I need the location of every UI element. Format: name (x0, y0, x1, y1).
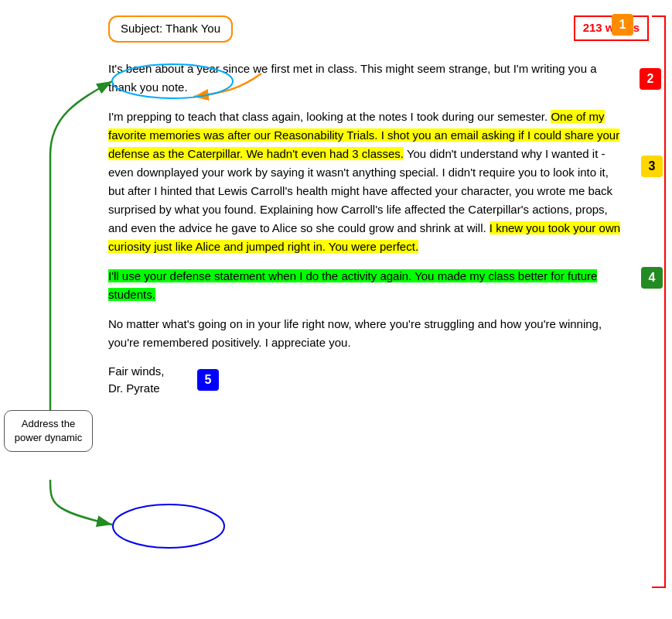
badge-2: 2 (640, 68, 661, 90)
svg-point-4 (113, 504, 224, 548)
main-content: Subject: Thank You 1 It's been about a y… (108, 15, 626, 398)
badge-4: 4 (641, 267, 663, 289)
left-annotation: Address the power dynamic (4, 410, 93, 452)
paragraph-2: I'm prepping to teach that class again, … (108, 108, 626, 256)
badge-1: 1 (612, 14, 633, 36)
red-bracket-right (652, 15, 666, 588)
annotation-box: Address the power dynamic (4, 410, 93, 452)
badge-5: 5 (197, 369, 219, 391)
paragraph-1: It's been about a year since we first me… (108, 60, 626, 97)
signature-area: Fair winds, Dr. Pyrate 5 (108, 363, 626, 398)
subject-box: Subject: Thank You (108, 15, 233, 43)
paragraph-4: No matter what's going on in your life r… (108, 315, 626, 352)
paragraph-3: I'll use your defense statement when I d… (108, 267, 626, 304)
p2-pre: I'm prepping to teach that class again, … (108, 110, 551, 123)
badge-3: 3 (641, 156, 663, 177)
p3-highlight: I'll use your defense statement when I d… (108, 269, 597, 301)
signature-text: Fair winds, Dr. Pyrate (108, 363, 626, 398)
